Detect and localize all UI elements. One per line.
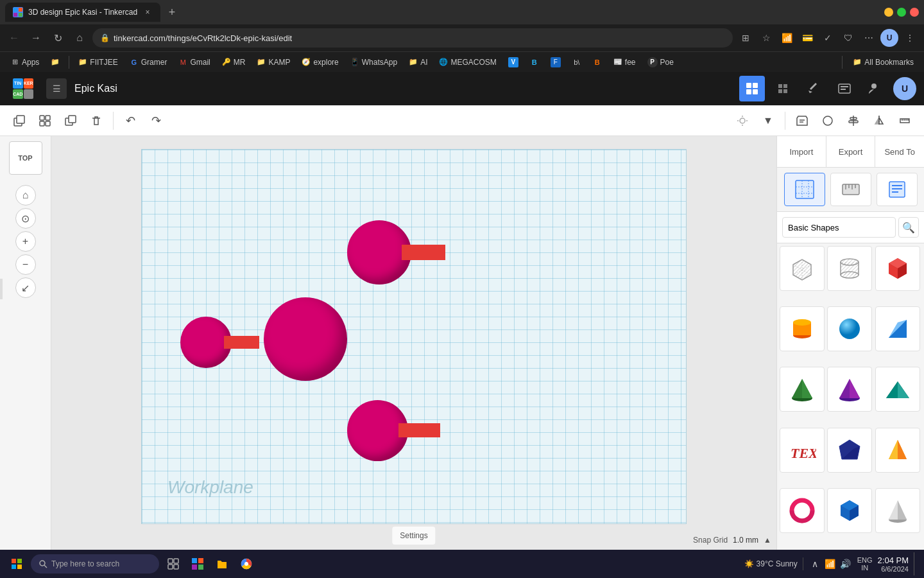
- new-tab-button[interactable]: +: [163, 3, 181, 21]
- panel-collapse-handle[interactable]: ›: [0, 279, 3, 299]
- ruler-panel-button[interactable]: [830, 173, 871, 206]
- shape-blue-wedge[interactable]: [875, 306, 920, 351]
- user-avatar[interactable]: U: [893, 77, 916, 100]
- home-button[interactable]: ⌂: [71, 29, 89, 47]
- shape-rect-mid-left[interactable]: [224, 336, 259, 349]
- shape-box-hole[interactable]: [780, 246, 825, 291]
- delete-tool-button[interactable]: [85, 109, 108, 132]
- shape-pink-torus[interactable]: [780, 488, 825, 533]
- bookmark-fiitjee[interactable]: 📁 FIITJEE: [73, 55, 123, 70]
- group-tool-button[interactable]: [33, 109, 56, 132]
- undo-button[interactable]: ↶: [119, 109, 142, 132]
- bookmark-whatsapp[interactable]: 📱 WhatsApp: [345, 55, 402, 70]
- cast-button[interactable]: ⊞: [737, 29, 755, 47]
- shape-purple-cone[interactable]: [827, 367, 872, 412]
- send-to-button[interactable]: Send To: [875, 136, 924, 167]
- mirror-button[interactable]: [868, 109, 891, 132]
- weather-widget[interactable]: ☀️ 39°C Sunny: [744, 559, 798, 568]
- code-button[interactable]: [832, 76, 857, 101]
- shape-blue-sphere[interactable]: [827, 306, 872, 351]
- align-button[interactable]: [842, 109, 865, 132]
- tray-volume-icon[interactable]: 🔊: [839, 557, 852, 570]
- bookmark-bslash[interactable]: b\: [567, 55, 586, 70]
- snap-grid-up-button[interactable]: ▲: [764, 536, 771, 545]
- back-button[interactable]: ←: [5, 29, 23, 47]
- ruler-button[interactable]: [893, 109, 916, 132]
- wallet-icon[interactable]: 💳: [798, 29, 816, 47]
- taskbar-file-explorer-icon[interactable]: [210, 552, 234, 575]
- bookmark-f[interactable]: F: [545, 55, 566, 70]
- export-button[interactable]: Export: [826, 136, 876, 167]
- bookmark-explore[interactable]: 🧭 explore: [296, 55, 343, 70]
- shape-red-box[interactable]: [875, 246, 920, 291]
- shape-white-cone[interactable]: [875, 488, 920, 533]
- shape-text[interactable]: TEXT: [780, 428, 825, 473]
- minimize-button[interactable]: [884, 8, 893, 17]
- circle-tool-button[interactable]: [816, 109, 839, 132]
- bookmark-star[interactable]: ☆: [757, 29, 775, 47]
- view-top-button[interactable]: TOP: [9, 141, 42, 175]
- bookmark-kamp[interactable]: 📁 KAMP: [252, 55, 295, 70]
- bookmark-gramer[interactable]: G Gramer: [124, 55, 173, 70]
- light-button[interactable]: [731, 109, 754, 132]
- taskbar-tinkercad-icon[interactable]: [186, 552, 209, 575]
- duplicate-tool-button[interactable]: [59, 109, 82, 132]
- tinkercad-logo[interactable]: TIN KER CAD: [8, 76, 38, 101]
- grid-panel-button[interactable]: [784, 173, 825, 206]
- notes-button[interactable]: [791, 109, 814, 132]
- hamburger-menu-button[interactable]: ☰: [46, 78, 67, 99]
- shape-rect-top[interactable]: [402, 245, 445, 260]
- shape-circle-mid-center[interactable]: [264, 297, 347, 381]
- redo-button[interactable]: ↷: [144, 109, 167, 132]
- light-dropdown-button[interactable]: ▼: [757, 109, 780, 132]
- copy-tool-button[interactable]: [8, 109, 31, 132]
- tray-up-arrow[interactable]: ∧: [809, 557, 821, 570]
- forward-button[interactable]: →: [27, 29, 45, 47]
- settings-button[interactable]: Settings: [392, 527, 435, 545]
- bookmark-folder1[interactable]: 📁: [46, 55, 65, 70]
- tools-button[interactable]: [801, 76, 826, 101]
- viewport[interactable]: Workplane Settings Snap Grid 1.0 mm ▲: [51, 136, 776, 550]
- tray-network-icon[interactable]: 📶: [824, 557, 837, 570]
- maximize-button[interactable]: [897, 8, 906, 17]
- fit-view-button[interactable]: ⊙: [15, 208, 36, 229]
- bookmark-v[interactable]: V: [503, 55, 524, 70]
- bookmark-megacosm[interactable]: 🌐 MEGACOSM: [434, 55, 501, 70]
- bookmark-apps[interactable]: ⊞ Apps: [5, 55, 44, 70]
- shield-icon[interactable]: 🛡: [839, 29, 857, 47]
- menu-button[interactable]: ⋮: [901, 29, 919, 47]
- check-icon[interactable]: ✓: [819, 29, 837, 47]
- add-user-button[interactable]: [862, 76, 888, 101]
- profile-button[interactable]: U: [880, 29, 898, 47]
- shape-teal-roof[interactable]: [875, 367, 920, 412]
- bookmark-poe[interactable]: P Poe: [642, 55, 679, 70]
- grid-view-button[interactable]: [739, 76, 765, 101]
- zoom-in-button[interactable]: +: [15, 231, 36, 252]
- show-desktop-button[interactable]: [914, 552, 919, 575]
- gallery-view-button[interactable]: [770, 76, 796, 101]
- extensions-icon[interactable]: ⋯: [860, 29, 878, 47]
- shape-green-cone[interactable]: [780, 367, 825, 412]
- clock-widget[interactable]: 2:04 PM 6/6/2024: [878, 556, 909, 573]
- address-bar[interactable]: 🔒 tinkercad.com/things/eCvRtk2lcDk-epic-…: [92, 28, 733, 48]
- taskbar-chrome-icon[interactable]: [235, 552, 258, 575]
- home-view-button[interactable]: ⌂: [15, 185, 36, 206]
- shape-search-button[interactable]: 🔍: [898, 217, 919, 238]
- language-indicator[interactable]: ENG IN: [857, 556, 873, 572]
- tab-close-button[interactable]: ×: [142, 7, 153, 17]
- bookmark-mr[interactable]: 🔑 MR: [217, 55, 251, 70]
- task-view-button[interactable]: [162, 552, 185, 575]
- close-button[interactable]: [910, 8, 919, 17]
- bookmark-b1[interactable]: B: [525, 55, 544, 70]
- shape-rect-bottom[interactable]: [398, 423, 440, 437]
- taskbar-search[interactable]: Type here to search: [31, 554, 159, 574]
- import-button[interactable]: Import: [777, 136, 826, 167]
- shape-yellow-pyramid[interactable]: [875, 428, 920, 473]
- shape-orange-cylinder[interactable]: [780, 306, 825, 351]
- bookmark-gmail[interactable]: M Gmail: [173, 55, 215, 70]
- zoom-out-button[interactable]: −: [15, 254, 36, 275]
- reset-view-button[interactable]: ↙: [15, 277, 36, 298]
- shape-category-select[interactable]: Basic Shapes: [782, 217, 896, 238]
- rss-icon[interactable]: 📶: [778, 29, 796, 47]
- shape-cylinder-hole[interactable]: [827, 246, 872, 291]
